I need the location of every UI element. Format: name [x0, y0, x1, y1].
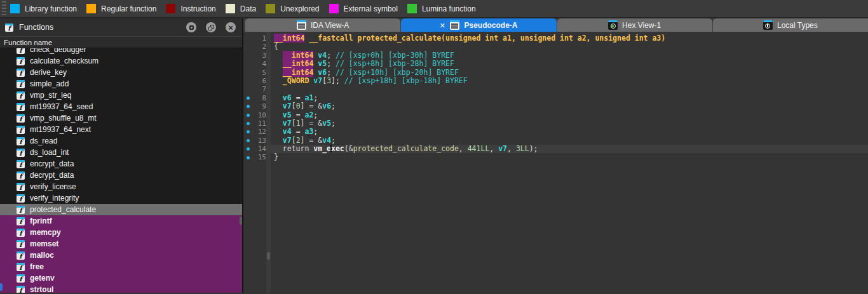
line-marker-column	[243, 77, 252, 85]
code-line-13[interactable]: 13 v7[2] = &v4;	[243, 137, 868, 145]
code-line-5[interactable]: 5 __int64 v6; // [xsp+10h] [xbp-20h] BYR…	[243, 69, 868, 77]
function-list-item-mt19937_64_next[interactable]: fmt19937_64_next	[0, 124, 242, 135]
function-list-item-free[interactable]: ffree	[0, 261, 242, 272]
function-icon: f	[17, 80, 25, 88]
legend-label: Data	[240, 4, 256, 13]
function-icon: f	[17, 171, 25, 180]
code-line-1[interactable]: 1__int64 __fastcall protected_calculate(…	[243, 34, 868, 43]
maximize-icon	[189, 25, 194, 30]
function-list-item-getenv[interactable]: fgetenv	[0, 272, 242, 284]
function-icon: f	[17, 217, 25, 225]
function-name: strtoul	[30, 285, 53, 293]
float-window-button[interactable]	[206, 22, 216, 32]
function-list-item-verify_license[interactable]: fverify_license	[0, 181, 242, 192]
line-address-dot-icon	[247, 97, 250, 100]
code-line-4[interactable]: 4 __int64 v5; // [xsp+8h] [xbp-28h] BYRE…	[243, 60, 868, 68]
function-name: fprintf	[30, 217, 52, 225]
code-line-2[interactable]: 2{	[243, 43, 868, 51]
function-name: getenv	[30, 274, 55, 283]
function-list-item-derive_key[interactable]: fderive_key	[0, 67, 242, 78]
code-line-8[interactable]: 8 v6 = a1;	[243, 94, 868, 102]
legend-label: Library function	[25, 4, 77, 13]
tab-pseudocode-a[interactable]: ×Pseudocode-A	[401, 18, 556, 32]
function-list-item-decrypt_data[interactable]: fdecrypt_data	[0, 170, 242, 181]
tab-bar: IDA View-A×Pseudocode-AHex View-1Local T…	[243, 18, 868, 32]
functions-scrollbar-thumb[interactable]	[240, 217, 242, 225]
line-address-dot-icon	[247, 105, 250, 108]
code-text: __int64 __fastcall protected_calculate(u…	[266, 34, 868, 43]
functions-panel-titlebar[interactable]: f Functions ×	[0, 18, 242, 36]
tab-local-types[interactable]: Local Types	[713, 18, 868, 32]
function-list-item-ds_read[interactable]: fds_read	[0, 135, 242, 147]
code-line-12[interactable]: 12 v4 = a3;	[243, 128, 868, 136]
pseudocode-view[interactable]: 1__int64 __fastcall protected_calculate(…	[243, 32, 868, 293]
disassembly-view-icon	[450, 20, 459, 30]
line-marker-column	[243, 119, 252, 128]
code-text: __int64 v4; // [xsp+0h] [xbp-30h] BYREF	[266, 51, 868, 60]
code-line-10[interactable]: 10 v5 = a2;	[243, 111, 868, 119]
code-text: }	[266, 153, 868, 161]
close-panel-button[interactable]: ×	[226, 22, 236, 32]
code-line-3[interactable]: 3 __int64 v4; // [xsp+0h] [xbp-30h] BYRE…	[243, 51, 868, 60]
line-address-dot-icon	[247, 122, 250, 125]
line-number: 6	[252, 77, 266, 85]
function-icon: f	[17, 137, 25, 145]
tab-label: Hex View-1	[622, 21, 661, 30]
function-name: ds_load_int	[30, 148, 69, 157]
function-icon: f	[17, 240, 25, 248]
code-line-11[interactable]: 11 v7[1] = &v5;	[243, 119, 868, 128]
toolbar-grip[interactable]	[2, 1, 6, 17]
function-list-item-memset[interactable]: fmemset	[0, 238, 242, 250]
function-list-item-mt19937_64_seed[interactable]: fmt19937_64_seed	[0, 101, 242, 112]
function-list-item-memcpy[interactable]: fmemcpy	[0, 227, 242, 238]
function-name: derive_key	[30, 68, 67, 77]
legend-label: Unexplored	[280, 4, 319, 13]
maximize-button[interactable]	[186, 22, 196, 32]
function-name: vmp_str_ieq	[30, 91, 71, 100]
dock-indicator	[0, 283, 3, 291]
function-name: simple_add	[30, 79, 69, 88]
code-line-14[interactable]: 14 return vm_exec(&protected_calculate_c…	[243, 145, 868, 153]
function-list-item-protected_calculate[interactable]: fprotected_calculate	[0, 204, 242, 215]
tab-ida-view-a[interactable]: IDA View-A	[245, 18, 400, 32]
column-header-function-name[interactable]: Function name	[0, 36, 242, 48]
legend-color-swatch	[86, 4, 96, 13]
function-list-item-vmp_shuffle_u8_mt[interactable]: fvmp_shuffle_u8_mt	[0, 112, 242, 124]
legend-color-swatch	[407, 4, 417, 13]
function-icon: f	[17, 69, 25, 77]
tab-hex-view-1[interactable]: Hex View-1	[557, 18, 712, 32]
function-list-item-vmp_str_ieq[interactable]: fvmp_str_ieq	[0, 90, 242, 101]
code-text: return vm_exec(&protected_calculate_code…	[266, 145, 868, 153]
hex-view-icon	[608, 20, 618, 30]
function-list-item-strtoul[interactable]: fstrtoul	[0, 284, 242, 293]
code-line-9[interactable]: 9 v7[0] = &v6;	[243, 102, 868, 110]
function-name: encrypt_data	[30, 159, 74, 168]
line-marker-column	[243, 34, 252, 43]
editor-scrollbar-thumb[interactable]	[267, 252, 270, 260]
function-list-item-fprintf[interactable]: ffprintf	[0, 215, 242, 227]
function-list-item-verify_integrity[interactable]: fverify_integrity	[0, 192, 242, 204]
function-icon: f	[17, 183, 25, 191]
code-line-7[interactable]: 7	[243, 85, 868, 93]
function-icon: f	[17, 286, 25, 293]
function-list: fcheck_debuggerfcalculate_checksumfderiv…	[0, 48, 242, 293]
legend-color-swatch	[266, 4, 275, 13]
legend-color-swatch	[166, 4, 175, 13]
code-line-15[interactable]: 15}	[243, 153, 868, 161]
line-marker-column	[243, 94, 252, 102]
disassembly-view-icon	[297, 20, 306, 30]
function-list-item-calculate_checksum[interactable]: fcalculate_checksum	[0, 55, 242, 67]
line-marker-column	[243, 102, 252, 110]
function-list-item-ds_load_int[interactable]: fds_load_int	[0, 147, 242, 158]
function-list-item-malloc[interactable]: fmalloc	[0, 250, 242, 261]
tab-close-icon[interactable]: ×	[440, 21, 445, 30]
line-marker-column	[243, 51, 252, 60]
line-marker-column	[243, 43, 252, 51]
function-name: vmp_shuffle_u8_mt	[30, 114, 97, 123]
function-list-item-check_debugger[interactable]: fcheck_debugger	[0, 48, 242, 55]
function-list-item-encrypt_data[interactable]: fencrypt_data	[0, 158, 242, 170]
code-line-6[interactable]: 6 _QWORD v7[3]; // [xsp+18h] [xbp-18h] B…	[243, 77, 868, 85]
code-text: __int64 v6; // [xsp+10h] [xbp-20h] BYREF	[266, 69, 868, 77]
function-list-item-simple_add[interactable]: fsimple_add	[0, 78, 242, 90]
line-marker-column	[243, 137, 252, 145]
